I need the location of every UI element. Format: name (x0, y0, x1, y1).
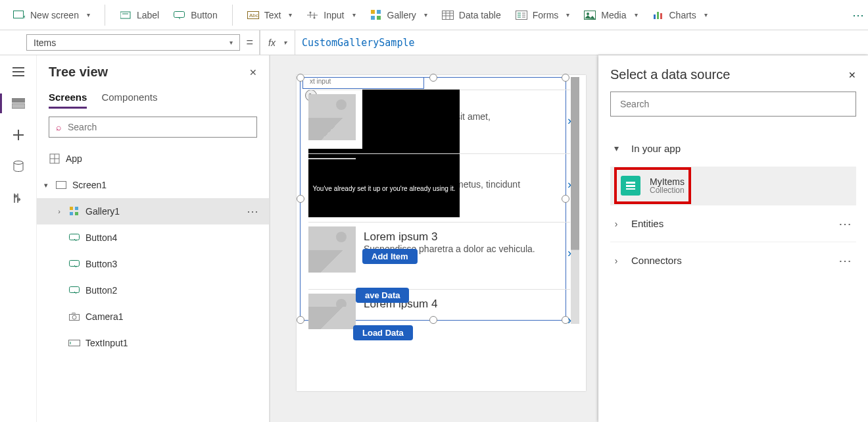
resize-handle[interactable] (297, 74, 304, 82)
new-screen-button[interactable]: + New screen ▾ (7, 5, 97, 25)
tree-node-camera1[interactable]: Camera1 (37, 303, 269, 330)
tab-screens[interactable]: Screens (49, 88, 87, 109)
insert-input-button[interactable]: Input ▾ (300, 5, 362, 25)
hamburger-icon[interactable] (10, 63, 27, 80)
resize-handle[interactable] (562, 74, 569, 82)
tree-node-button4[interactable]: Button4 (37, 224, 269, 251)
fx-button[interactable]: fx ▾ (260, 30, 295, 55)
charts-label: Charts (669, 10, 696, 20)
close-icon[interactable]: ✕ (848, 70, 856, 80)
chevron-right-icon[interactable]: › (567, 178, 571, 192)
svg-point-7 (314, 16, 316, 18)
gallery-item[interactable]: Lorem ipsum 4 › (308, 289, 570, 329)
ds-section-connectors[interactable]: › Connectors ⋯ (610, 242, 856, 278)
new-screen-label: New screen (30, 10, 79, 20)
button-icon (174, 9, 185, 21)
more-icon[interactable]: ⋯ (838, 216, 856, 232)
tree-node-gallery1[interactable]: › Gallery1 ⋯ (37, 198, 269, 224)
insert-rail-icon[interactable] (10, 126, 27, 144)
chevron-right-icon[interactable]: › (567, 313, 571, 327)
gallery-scrollbar[interactable] (571, 77, 579, 324)
resize-handle[interactable] (297, 316, 304, 324)
insert-text-button[interactable]: Abc Text ▾ (241, 5, 299, 25)
app-screen[interactable]: xt input ✎ Lorem ipsum 1 sit amet, (297, 75, 586, 391)
chevron-right-icon[interactable]: › (55, 207, 63, 215)
screen-icon (55, 179, 67, 191)
ds-section-label: Connectors (631, 255, 682, 266)
insert-gallery-button[interactable]: Gallery ▾ (364, 5, 434, 25)
fx-label: fx (268, 38, 276, 48)
image-placeholder-icon (308, 294, 356, 329)
overflow-icon[interactable]: ⋯ (852, 8, 864, 22)
media-label: Media (601, 10, 626, 20)
formula-input[interactable]: CustomGallerySample (295, 30, 868, 55)
insert-forms-ol[interactable]: Forms ▾ (509, 5, 577, 25)
close-icon[interactable]: ✕ (249, 67, 257, 78)
tab-components[interactable]: Components (101, 88, 157, 109)
svg-rect-16 (654, 14, 656, 19)
property-selector[interactable]: Items ▾ (26, 34, 240, 51)
svg-text:+: + (23, 13, 25, 20)
load-data-button[interactable]: Load Data (353, 325, 413, 340)
tree-search-input[interactable] (66, 121, 250, 133)
svg-point-22 (14, 161, 23, 165)
insert-media-button[interactable]: Media ▾ (577, 5, 644, 25)
svg-rect-20 (12, 104, 25, 109)
resize-handle[interactable] (429, 74, 437, 82)
more-icon[interactable]: ⋯ (247, 209, 260, 213)
data-rail-icon[interactable] (10, 158, 27, 175)
advanced-tools-rail-icon[interactable] (10, 190, 27, 207)
tree-node-label: App (66, 153, 82, 164)
save-data-button[interactable]: ave Data (356, 288, 409, 303)
chevron-down-icon: ▾ (566, 11, 569, 18)
canvas-area: xt input ✎ Lorem ipsum 1 sit amet, (270, 55, 868, 422)
ds-section-entities[interactable]: › Entities ⋯ (610, 205, 856, 242)
tree-node-app[interactable]: App (37, 145, 269, 172)
text-label: Text (264, 10, 281, 20)
svg-rect-8 (371, 10, 375, 14)
tree-node-button2[interactable]: Button2 (37, 277, 269, 303)
image-placeholder-icon (308, 226, 356, 273)
text-icon: Abc (247, 9, 259, 21)
insert-label-button[interactable]: Label (113, 5, 166, 25)
insert-button-button[interactable]: Button (167, 5, 224, 25)
ds-search-input[interactable] (619, 98, 848, 110)
svg-rect-30 (75, 212, 78, 215)
forms-icon (516, 9, 527, 21)
svg-rect-9 (377, 10, 381, 14)
button-icon (68, 284, 80, 296)
insert-datatable-button[interactable]: Data table (435, 5, 508, 25)
insert-charts-button[interactable]: Charts ▾ (646, 5, 714, 25)
label-text: Label (137, 10, 159, 20)
chevron-right-icon[interactable]: › (567, 114, 571, 128)
ds-search-box[interactable] (610, 92, 856, 117)
tree-node-textinput1[interactable]: TextInput1 (37, 330, 269, 356)
resize-handle[interactable] (297, 195, 304, 203)
formula-bar: Items ▾ = fx ▾ CustomGallerySample (0, 30, 868, 55)
ds-section-in-your-app[interactable]: ▾ In your app (610, 130, 856, 167)
more-icon[interactable]: ⋯ (838, 253, 856, 269)
svg-rect-17 (657, 12, 659, 19)
svg-rect-36 (72, 313, 75, 315)
image-placeholder-icon (308, 94, 356, 140)
forms-label: Forms (533, 10, 559, 20)
chevron-down-icon: ▾ (704, 11, 708, 18)
gallery-item[interactable]: Lorem ipsum 3 Suspendisse pharetra a dol… (308, 222, 570, 282)
tree-node-button3[interactable]: Button3 (37, 251, 269, 277)
svg-rect-12 (442, 11, 453, 19)
tree-search-box[interactable]: ⌕ (49, 117, 257, 138)
add-item-button[interactable]: Add Item (362, 249, 418, 264)
tree-node-screen1[interactable]: ▾ Screen1 (37, 172, 269, 198)
property-name: Items (34, 38, 56, 48)
svg-rect-18 (660, 13, 662, 19)
chevron-down-icon: ▾ (283, 39, 287, 46)
svg-point-6 (310, 11, 312, 13)
formula-value: CustomGallerySample (302, 37, 415, 49)
chevron-down-icon[interactable]: ▾ (42, 181, 50, 190)
chevron-down-icon: ▾ (610, 143, 622, 153)
svg-rect-10 (371, 16, 375, 20)
tree-view-rail-icon[interactable] (10, 95, 27, 112)
ds-item-myitems[interactable]: MyItems Collection (610, 167, 856, 205)
chevron-right-icon[interactable]: › (567, 246, 571, 260)
svg-rect-41 (626, 188, 635, 190)
